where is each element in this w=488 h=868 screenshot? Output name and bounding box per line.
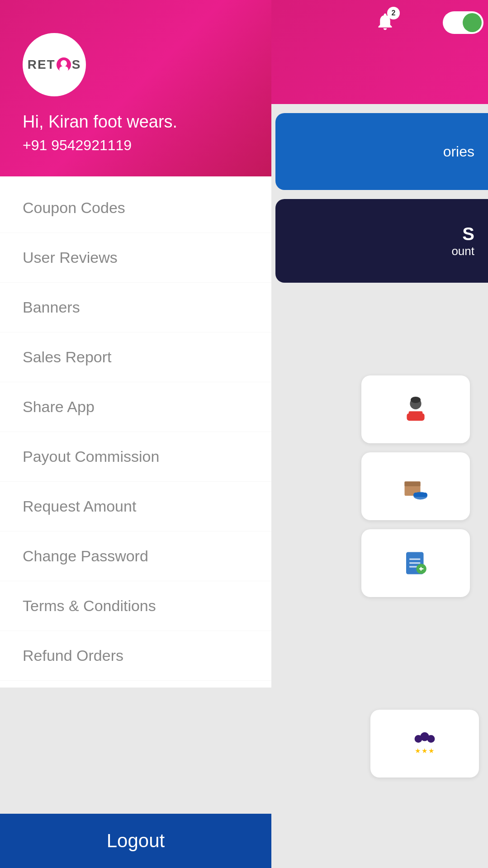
grid-item-package[interactable] — [361, 452, 470, 520]
menu-item-terms-conditions[interactable]: Terms & Conditions — [0, 581, 271, 631]
grid-item-group[interactable]: ★ ★ ★ — [370, 710, 479, 778]
notification-bell[interactable]: 2 — [373, 9, 398, 34]
menu-item-refund-orders[interactable]: Refund Orders — [0, 631, 271, 681]
svg-text:★: ★ — [422, 747, 427, 754]
group-icon: ★ ★ ★ — [409, 728, 441, 759]
menu-item-sales-report[interactable]: Sales Report — [0, 332, 271, 382]
dark-card-text1: S — [462, 224, 474, 244]
logo-text-before: RET — [28, 57, 56, 72]
menu-item-share-app[interactable]: Share App — [0, 382, 271, 432]
svg-point-17 — [427, 735, 435, 743]
svg-rect-14 — [421, 567, 422, 570]
svg-text:★: ★ — [428, 747, 434, 754]
svg-point-22 — [61, 60, 67, 66]
greeting-text: Hi, Kiran foot wears. — [23, 112, 249, 132]
document-icon — [400, 547, 431, 579]
drawer: RET S Hi, Kiran foot wears. +91 95429211… — [0, 0, 271, 868]
menu-item-payout-commission[interactable]: Payout Commission — [0, 432, 271, 482]
logo-circle: RET S — [23, 33, 86, 96]
logo-container: RET S — [28, 57, 81, 72]
svg-text:★: ★ — [415, 747, 421, 754]
svg-rect-9 — [409, 559, 421, 560]
menu-item-request-amount[interactable]: Request Amount — [0, 482, 271, 531]
toggle-knob — [463, 13, 482, 32]
logo-face-icon — [57, 57, 71, 72]
menu-item-change-password[interactable]: Change Password — [0, 531, 271, 581]
grid-item-document[interactable] — [361, 529, 470, 597]
blue-card-text: ories — [443, 143, 474, 160]
logout-label: Logout — [107, 830, 165, 852]
svg-rect-2 — [407, 413, 424, 421]
menu-item-banners[interactable]: Banners — [0, 283, 271, 332]
grid-items — [361, 375, 479, 597]
package-icon — [400, 470, 431, 502]
person-icon — [400, 394, 431, 425]
drawer-menu: Coupon Codes User Reviews Banners Sales … — [0, 176, 271, 688]
svg-point-3 — [411, 397, 421, 403]
logout-button[interactable]: Logout — [0, 814, 271, 868]
menu-item-coupon-codes[interactable]: Coupon Codes — [0, 183, 271, 233]
svg-rect-11 — [409, 566, 417, 568]
svg-rect-7 — [413, 493, 427, 497]
logo-text-after: S — [72, 57, 81, 72]
toggle-switch[interactable] — [443, 11, 483, 34]
notification-badge: 2 — [387, 7, 400, 19]
dark-card-text2: ount — [451, 244, 474, 258]
grid-item-person[interactable] — [361, 375, 470, 443]
svg-rect-5 — [405, 482, 421, 487]
blue-card: ories — [275, 113, 488, 190]
dark-card: S ount — [275, 199, 488, 283]
phone-text: +91 9542921119 — [23, 137, 249, 154]
svg-rect-10 — [409, 562, 421, 564]
menu-item-user-reviews[interactable]: User Reviews — [0, 233, 271, 283]
drawer-header: RET S Hi, Kiran foot wears. +91 95429211… — [0, 0, 271, 176]
